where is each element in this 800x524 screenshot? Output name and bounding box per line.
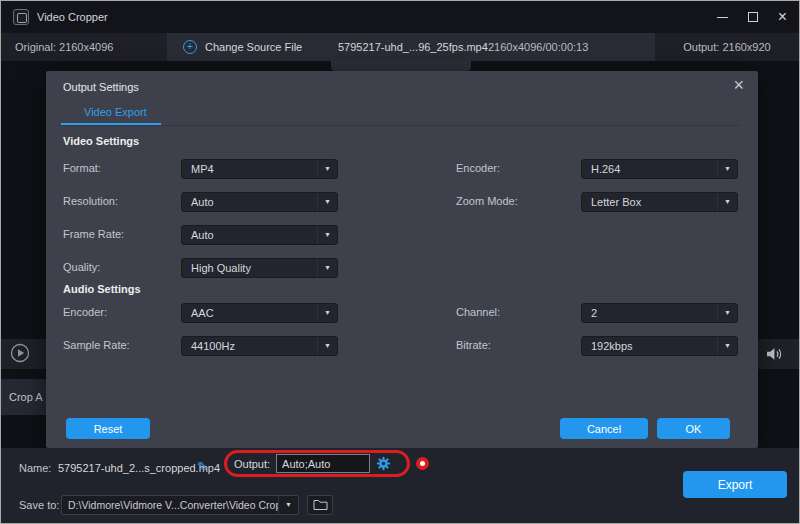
format-value: MP4 (182, 163, 317, 175)
crop-area-row: Crop A (1, 379, 46, 415)
resolution-duration: 2160x4096/00:00:13 (488, 41, 588, 53)
toolbar: Original: 2160x4096 + Change Source File… (1, 33, 799, 61)
frame-rate-label: Frame Rate: (63, 228, 124, 240)
toolbar-middle: + Change Source File 5795217-uhd_...96_2… (167, 33, 657, 61)
divider (61, 125, 740, 126)
sample-rate-label: Sample Rate: (63, 339, 130, 351)
dialog-title: Output Settings (63, 81, 139, 93)
chevron-down-icon: ▼ (317, 337, 337, 355)
bitrate-select[interactable]: 192kbps ▼ (581, 336, 738, 356)
zoom-mode-value: Letter Box (582, 196, 717, 208)
add-circle-icon[interactable]: + (183, 40, 197, 54)
app-logo-icon (13, 9, 29, 25)
folder-icon (313, 499, 328, 511)
output-filename: 5795217-uhd_2...s_cropped.mp4 (58, 462, 220, 474)
name-label: Name: (19, 462, 51, 474)
frame-rate-select[interactable]: Auto ▼ (181, 225, 338, 245)
player-bar-left (1, 339, 46, 369)
zoom-mode-label: Zoom Mode: (456, 195, 518, 207)
app-window: Video Cropper × Original: 2160x4096 + Ch… (0, 0, 800, 524)
maximize-icon[interactable] (748, 12, 758, 22)
original-resolution-label: Original: 2160x4096 (1, 33, 167, 61)
chevron-down-icon: ▼ (717, 160, 737, 178)
sample-rate-value: 44100Hz (182, 340, 317, 352)
format-select[interactable]: MP4 ▼ (181, 159, 338, 179)
bitrate-label: Bitrate: (456, 339, 491, 351)
reset-button[interactable]: Reset (66, 418, 150, 439)
bottom-bar: Name: 5795217-uhd_2...s_cropped.mp4 ✎ Ou… (1, 448, 799, 524)
encoder-select[interactable]: H.264 ▼ (581, 159, 738, 179)
play-icon[interactable] (10, 343, 30, 365)
change-source-button[interactable]: Change Source File (205, 41, 302, 53)
video-settings-heading: Video Settings (63, 135, 139, 147)
channel-label: Channel: (456, 306, 500, 318)
speaker-icon[interactable] (766, 347, 783, 363)
output-label: Output: (234, 458, 270, 470)
ok-button[interactable]: OK (657, 418, 730, 439)
minimize-icon[interactable] (717, 17, 728, 18)
output-resolution-label: Output: 2160x920 (655, 33, 799, 61)
chevron-down-icon: ▼ (317, 193, 337, 211)
save-path-select[interactable]: D:\Vidmore\Vidmore V...Converter\Video C… (61, 495, 299, 515)
audio-encoder-value: AAC (182, 307, 317, 319)
chevron-down-icon: ▼ (317, 226, 337, 244)
channel-value: 2 (582, 307, 717, 319)
chevron-down-icon: ▼ (317, 160, 337, 178)
encoder-value: H.264 (582, 163, 717, 175)
crop-area-label: Crop A (9, 391, 43, 403)
close-icon[interactable]: × (778, 12, 787, 22)
player-bar-right (754, 339, 799, 369)
bitrate-value: 192kbps (582, 340, 717, 352)
chevron-down-icon: ▼ (717, 304, 737, 322)
zoom-mode-select[interactable]: Letter Box ▼ (581, 192, 738, 212)
encoder-label: Encoder: (456, 162, 500, 174)
window-title: Video Cropper (37, 11, 108, 23)
window-controls: × (717, 12, 787, 22)
frame-rate-value: Auto (182, 229, 317, 241)
source-filename: 5795217-uhd_...96_25fps.mp4 (338, 41, 488, 53)
quality-select[interactable]: High Quality ▼ (181, 258, 338, 278)
audio-encoder-select[interactable]: AAC ▼ (181, 303, 338, 323)
audio-settings-heading: Audio Settings (63, 283, 141, 295)
export-button[interactable]: Export (683, 471, 787, 498)
chevron-down-icon: ▼ (317, 259, 337, 277)
quality-value: High Quality (182, 262, 317, 274)
output-settings-dialog: Output Settings × Video Export Video Set… (46, 71, 758, 448)
output-format-group: Output: (224, 450, 410, 477)
browse-folder-button[interactable] (307, 495, 333, 515)
resolution-select[interactable]: Auto ▼ (181, 192, 338, 212)
save-to-label: Save to: (19, 499, 59, 511)
chevron-down-icon: ▼ (717, 337, 737, 355)
channel-select[interactable]: 2 ▼ (581, 303, 738, 323)
preview-tab (331, 61, 471, 71)
format-label: Format: (63, 162, 101, 174)
chevron-down-icon: ▼ (717, 193, 737, 211)
sample-rate-select[interactable]: 44100Hz ▼ (181, 336, 338, 356)
tab-video-export[interactable]: Video Export (84, 106, 147, 118)
dialog-close-icon[interactable]: × (733, 76, 744, 94)
alert-badge-icon (416, 457, 429, 470)
chevron-down-icon[interactable]: ▼ (278, 496, 298, 514)
resolution-value: Auto (182, 196, 317, 208)
chevron-down-icon: ▼ (317, 304, 337, 322)
save-path-value: D:\Vidmore\Vidmore V...Converter\Video C… (62, 499, 278, 511)
audio-encoder-label: Encoder: (63, 306, 107, 318)
cancel-button[interactable]: Cancel (560, 418, 648, 439)
output-format-input[interactable] (276, 454, 370, 473)
resolution-label: Resolution: (63, 195, 118, 207)
quality-label: Quality: (63, 261, 100, 273)
title-bar: Video Cropper × (1, 1, 799, 33)
edit-pencil-icon[interactable]: ✎ (197, 459, 208, 474)
gear-icon[interactable] (376, 456, 391, 471)
